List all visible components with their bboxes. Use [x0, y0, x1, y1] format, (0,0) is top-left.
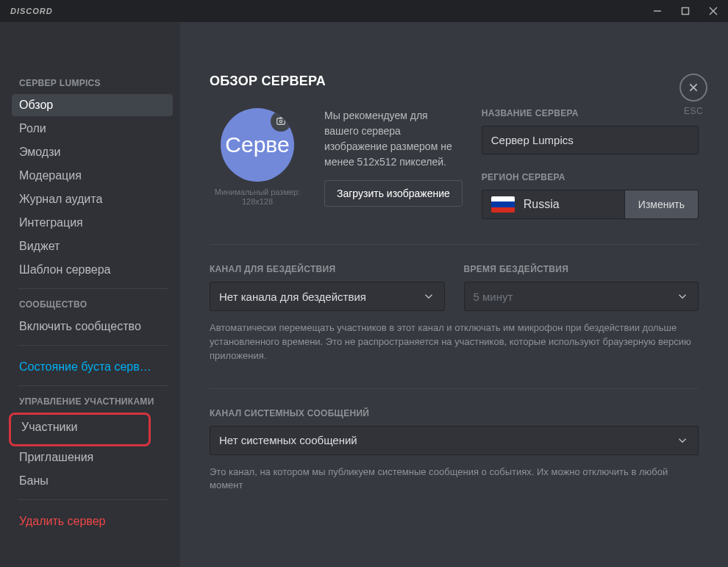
server-avatar-block: Серве Минимальный размер: 128х128: [210, 108, 305, 219]
russia-flag-icon: [491, 196, 515, 213]
close-settings-button[interactable]: [679, 74, 707, 101]
afk-channel-value: Нет канала для бездействия: [219, 290, 366, 303]
app-name: DISCORD: [10, 7, 53, 15]
avatar-min-size-hint: Минимальный размер: 128х128: [210, 188, 305, 207]
sidebar-separator: [18, 499, 168, 500]
sidebar-item-overview[interactable]: Обзор: [12, 94, 173, 116]
sidebar-item-roles[interactable]: Роли: [12, 118, 173, 140]
afk-timeout-label: ВРЕМЯ БЕЗДЕЙСТВИЯ: [464, 264, 699, 274]
afk-timeout-select[interactable]: 5 минут: [464, 282, 699, 311]
afk-channel-col: КАНАЛ ДЛЯ БЕЗДЕЙСТВИЯ Нет канала для без…: [210, 264, 445, 311]
sidebar-item-boost-status[interactable]: Состояние буста серв…: [12, 356, 173, 378]
maximize-button[interactable]: [677, 2, 694, 20]
titlebar: DISCORD: [0, 0, 728, 22]
settings-content: ОБЗОР СЕРВЕРА Серве Минимальный размер: …: [180, 22, 728, 567]
sidebar-separator: [18, 345, 168, 346]
sidebar-highlight: Участники: [9, 413, 151, 446]
sidebar-item-template[interactable]: Шаблон сервера: [12, 259, 173, 281]
close-settings-wrap: ESC: [679, 74, 707, 116]
svg-point-5: [279, 120, 282, 123]
system-channel-select[interactable]: Нет системных сообщений: [210, 426, 699, 455]
overview-top-row: Серве Минимальный размер: 128х128 Мы рек…: [210, 108, 699, 219]
server-avatar-text: Серве: [225, 132, 289, 157]
sidebar-separator: [18, 288, 168, 289]
sidebar-item-invites[interactable]: Приглашения: [12, 446, 173, 468]
close-window-button[interactable]: [704, 2, 722, 20]
system-channel-help-text: Это канал, на котором мы публикуем систе…: [210, 466, 699, 493]
afk-row: КАНАЛ ДЛЯ БЕЗДЕЙСТВИЯ Нет канала для без…: [210, 264, 699, 311]
chevron-down-icon: [676, 434, 689, 447]
settings-body: СЕРВЕР LUMPICS Обзор Роли Эмодзи Модерац…: [0, 22, 728, 567]
page-title: ОБЗОР СЕРВЕРА: [210, 74, 699, 89]
window-controls: [649, 2, 722, 20]
afk-timeout-value: 5 минут: [474, 290, 513, 303]
afk-channel-select[interactable]: Нет канала для бездействия: [210, 282, 445, 311]
sidebar-item-audit[interactable]: Журнал аудита: [12, 188, 173, 210]
sidebar-item-emoji[interactable]: Эмодзи: [12, 141, 173, 163]
sidebar-community-header: СООБЩЕСТВО: [19, 299, 173, 310]
system-channel-label: КАНАЛ СИСТЕМНЫХ СООБЩЕНИЙ: [210, 408, 699, 418]
sidebar-item-widget[interactable]: Виджет: [12, 235, 173, 257]
server-avatar[interactable]: Серве: [221, 108, 294, 182]
sidebar-server-label: СЕРВЕР LUMPICS: [19, 78, 173, 88]
upload-image-icon[interactable]: [271, 111, 291, 132]
afk-timeout-col: ВРЕМЯ БЕЗДЕЙСТВИЯ 5 минут: [464, 264, 699, 311]
avatar-reco-text: Мы рекомендуем для вашего сервера изобра…: [324, 108, 457, 170]
sidebar-item-integration[interactable]: Интеграция: [12, 212, 173, 234]
sidebar-item-delete-server[interactable]: Удалить сервер: [12, 510, 173, 532]
server-name-input[interactable]: [482, 126, 699, 154]
app-window: DISCORD СЕРВЕР LUMPICS Обзор Роли Эмодзи…: [0, 0, 728, 567]
afk-help-text: Автоматически перемещать участников в эт…: [210, 321, 699, 363]
upload-reco-block: Мы рекомендуем для вашего сервера изобра…: [324, 108, 463, 219]
svg-rect-4: [277, 118, 285, 124]
sidebar-separator: [18, 385, 168, 386]
server-region-row: Russia Изменить: [482, 190, 699, 219]
settings-sidebar: СЕРВЕР LUMPICS Обзор Роли Эмодзи Модерац…: [0, 22, 180, 567]
change-region-button[interactable]: Изменить: [625, 190, 699, 219]
afk-channel-label: КАНАЛ ДЛЯ БЕЗДЕЙСТВИЯ: [210, 264, 445, 274]
server-name-region-col: НАЗВАНИЕ СЕРВЕРА РЕГИОН СЕРВЕРА Russia И…: [482, 108, 699, 219]
sidebar-item-enable-community[interactable]: Включить сообщество: [12, 315, 173, 338]
content-divider: [210, 388, 699, 389]
esc-label: ESC: [684, 106, 703, 116]
server-region-label: РЕГИОН СЕРВЕРА: [482, 172, 699, 182]
svg-rect-1: [682, 8, 689, 15]
sidebar-item-bans[interactable]: Баны: [12, 470, 173, 492]
region-name: Russia: [524, 198, 560, 211]
system-channel-value: Нет системных сообщений: [219, 434, 357, 446]
chevron-down-icon: [422, 290, 435, 303]
minimize-button[interactable]: [649, 2, 666, 20]
sidebar-members-header: УПРАВЛЕНИЕ УЧАСТНИКАМИ: [19, 396, 173, 407]
chevron-down-icon: [676, 290, 689, 303]
server-region-value: Russia: [482, 190, 625, 219]
sidebar-item-moderation[interactable]: Модерация: [12, 165, 173, 187]
content-divider: [210, 244, 699, 245]
sidebar-item-members[interactable]: Участники: [14, 416, 144, 438]
server-name-label: НАЗВАНИЕ СЕРВЕРА: [482, 108, 699, 118]
upload-image-button[interactable]: Загрузить изображение: [324, 180, 463, 207]
